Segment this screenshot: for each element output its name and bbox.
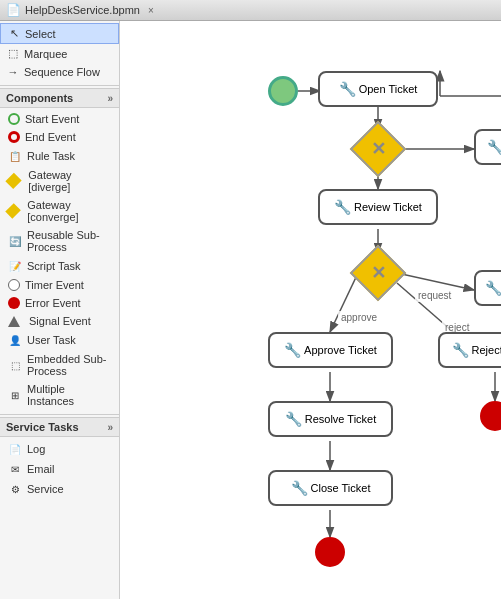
error-event-item[interactable]: Error Event — [0, 294, 119, 312]
resolve-ticket-label: Resolve Ticket — [305, 413, 377, 425]
embedded-subprocess-icon: ⬚ — [8, 358, 22, 372]
approve-label: approve — [338, 311, 380, 324]
gateway-converge-icon — [5, 203, 21, 219]
timer-event-label: Timer Event — [25, 279, 84, 291]
end-event-label: End Event — [25, 131, 76, 143]
divider-1 — [0, 85, 119, 86]
gateway-converge-item[interactable]: Gateway [converge] — [0, 196, 119, 226]
reusable-subprocess-icon: 🔄 — [8, 234, 22, 248]
review-ticket-task[interactable]: 🔧 Review Ticket — [318, 189, 438, 225]
script-task-item[interactable]: 📝 Script Task — [0, 256, 119, 276]
reject-ticket-task[interactable]: 🔧 Reject Ticket — [438, 332, 501, 368]
close-tab-button[interactable]: × — [148, 5, 154, 16]
timer-event-item[interactable]: Timer Event — [0, 276, 119, 294]
bpmn-diagram: 🔧 Open Ticket ✕ 🔧 Provide Details 🔧 Revi… — [120, 21, 501, 599]
service-item[interactable]: ⚙ Service — [0, 479, 119, 499]
components-expand-icon: » — [107, 93, 113, 104]
embedded-subprocess-item[interactable]: ⬚ Embedded Sub-Process — [0, 350, 119, 380]
multiple-instances-item[interactable]: ⊞ Multiple Instances — [0, 380, 119, 410]
error-event-label: Error Event — [25, 297, 81, 309]
gateway-2-marker: ✕ — [371, 262, 386, 284]
svg-line-9 — [397, 273, 474, 290]
gateway-diverge-label: Gateway [diverge] — [28, 169, 111, 193]
left-panel: ↖ Select ⬚ Marquee → Sequence Flow Compo… — [0, 21, 120, 599]
email-label: Email — [27, 463, 55, 475]
log-item[interactable]: 📄 Log — [0, 439, 119, 459]
multiple-instances-label: Multiple Instances — [27, 383, 111, 407]
error-event-icon — [8, 297, 20, 309]
rule-task-icon: 📋 — [8, 149, 22, 163]
rule-task-label: Rule Task — [27, 150, 75, 162]
timer-event-icon — [8, 279, 20, 291]
tab-title: HelpDeskService.bpmn — [25, 4, 140, 16]
request-details-task[interactable]: 🔧 Request Details — [474, 270, 501, 306]
end-event-2[interactable] — [480, 401, 501, 431]
service-tasks-list: 📄 Log ✉ Email ⚙ Service — [0, 437, 119, 501]
user-task-item[interactable]: 👤 User Task — [0, 330, 119, 350]
signal-event-icon — [8, 316, 20, 327]
script-task-label: Script Task — [27, 260, 81, 272]
end-event-item[interactable]: End Event — [0, 128, 119, 146]
multiple-instances-icon: ⊞ — [8, 388, 22, 402]
open-ticket-label: Open Ticket — [359, 83, 418, 95]
close-ticket-label: Close Ticket — [311, 482, 371, 494]
select-label: Select — [25, 28, 56, 40]
title-bar: 📄 HelpDeskService.bpmn × — [0, 0, 501, 21]
service-icon: ⚙ — [8, 482, 22, 496]
gateway-converge-label: Gateway [converge] — [27, 199, 111, 223]
end-event-icon — [8, 131, 20, 143]
marquee-label: Marquee — [24, 48, 67, 60]
user-task-icon: 👤 — [8, 333, 22, 347]
signal-event-item[interactable]: Signal Event — [0, 312, 119, 330]
gateway-1[interactable]: ✕ — [350, 121, 407, 178]
rule-task-item[interactable]: 📋 Rule Task — [0, 146, 119, 166]
sequence-flow-tool[interactable]: → Sequence Flow — [0, 63, 119, 81]
bpmn-canvas-area[interactable]: 🔧 Open Ticket ✕ 🔧 Provide Details 🔧 Revi… — [120, 21, 501, 599]
approve-ticket-task[interactable]: 🔧 Approve Ticket — [268, 332, 393, 368]
start-event-label: Start Event — [25, 113, 79, 125]
open-ticket-task[interactable]: 🔧 Open Ticket — [318, 71, 438, 107]
start-event-item[interactable]: Start Event — [0, 110, 119, 128]
provide-details-icon: 🔧 — [487, 139, 501, 155]
gateway-diverge-item[interactable]: Gateway [diverge] — [0, 166, 119, 196]
components-section-header[interactable]: Components » — [0, 88, 119, 108]
gateway-diverge-icon — [5, 173, 21, 189]
gateway-1-marker: ✕ — [371, 138, 386, 160]
close-ticket-icon: 🔧 — [291, 480, 308, 496]
script-task-icon: 📝 — [8, 259, 22, 273]
arrow-icon: → — [6, 66, 20, 78]
approve-ticket-icon: 🔧 — [284, 342, 301, 358]
gateway-2[interactable]: ✕ — [350, 245, 407, 302]
start-event-icon — [8, 113, 20, 125]
embedded-subprocess-label: Embedded Sub-Process — [27, 353, 111, 377]
signal-event-label: Signal Event — [29, 315, 91, 327]
close-ticket-task[interactable]: 🔧 Close Ticket — [268, 470, 393, 506]
end-event-1[interactable] — [315, 537, 345, 567]
reusable-subprocess-item[interactable]: 🔄 Reusable Sub-Process — [0, 226, 119, 256]
connections-layer — [120, 21, 501, 599]
email-item[interactable]: ✉ Email — [0, 459, 119, 479]
user-task-label: User Task — [27, 334, 76, 346]
start-event-node[interactable] — [268, 76, 298, 106]
divider-2 — [0, 414, 119, 415]
open-ticket-icon: 🔧 — [339, 81, 356, 97]
log-icon: 📄 — [8, 442, 22, 456]
service-tasks-label: Service Tasks — [6, 421, 79, 433]
main-area: ↖ Select ⬚ Marquee → Sequence Flow Compo… — [0, 21, 501, 599]
cursor-icon: ↖ — [7, 27, 21, 40]
request-details-icon: 🔧 — [485, 280, 501, 296]
reject-ticket-icon: 🔧 — [452, 342, 469, 358]
service-tasks-section-header[interactable]: Service Tasks » — [0, 417, 119, 437]
provide-details-task[interactable]: 🔧 Provide Details — [474, 129, 501, 165]
tools-section: ↖ Select ⬚ Marquee → Sequence Flow — [0, 21, 119, 83]
email-icon: ✉ — [8, 462, 22, 476]
resolve-ticket-task[interactable]: 🔧 Resolve Ticket — [268, 401, 393, 437]
reusable-subprocess-label: Reusable Sub-Process — [27, 229, 111, 253]
review-ticket-icon: 🔧 — [334, 199, 351, 215]
select-tool[interactable]: ↖ Select — [0, 23, 119, 44]
marquee-tool[interactable]: ⬚ Marquee — [0, 44, 119, 63]
sequence-flow-label: Sequence Flow — [24, 66, 100, 78]
file-icon: 📄 — [6, 3, 21, 17]
components-label: Components — [6, 92, 73, 104]
components-list: Start Event End Event 📋 Rule Task Gatewa… — [0, 108, 119, 412]
